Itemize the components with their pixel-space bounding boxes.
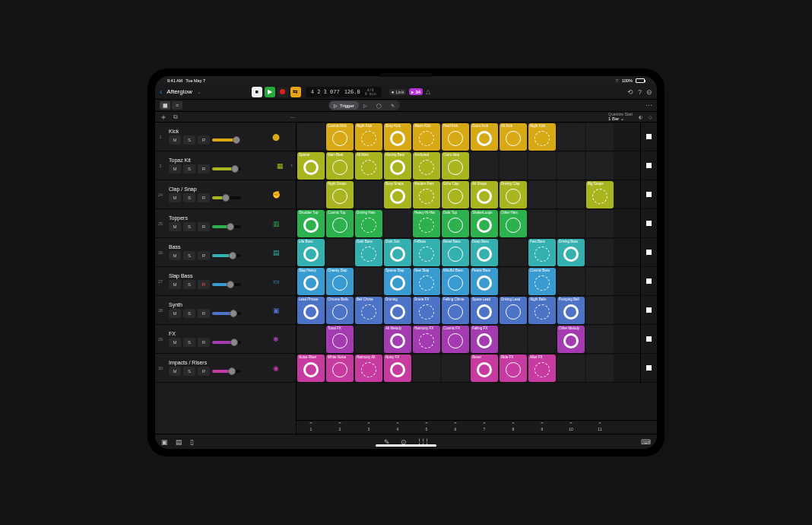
mixer-view-button[interactable]: ≡ bbox=[172, 101, 182, 110]
clip-cell[interactable]: Driving Hats bbox=[355, 210, 382, 237]
empty-clip-slot[interactable] bbox=[586, 123, 614, 151]
clip-cell[interactable]: Modern Perc bbox=[413, 181, 440, 208]
scene-number[interactable]: ⌃10 bbox=[557, 421, 585, 434]
play-button[interactable]: ▶ bbox=[265, 87, 275, 97]
clip-cell[interactable]: Noisy FX bbox=[384, 355, 411, 382]
clip-cell[interactable]: Pumping Bell bbox=[557, 297, 585, 324]
track-instrument-icon[interactable]: ▭ bbox=[270, 275, 282, 288]
clip-cell[interactable]: Other Hats bbox=[500, 210, 527, 237]
clip-cell[interactable]: Tonal FX bbox=[326, 326, 354, 353]
clip-cell[interactable]: Alt Melody bbox=[384, 326, 411, 353]
empty-clip-slot[interactable] bbox=[528, 326, 556, 353]
track-instrument-icon[interactable]: ◉ bbox=[270, 362, 282, 374]
scene-stop-button[interactable] bbox=[641, 354, 657, 383]
empty-clip-slot[interactable] bbox=[586, 210, 614, 237]
clip-cell[interactable]: Main Beat bbox=[326, 152, 354, 180]
clip-cell[interactable]: Big Snaps bbox=[586, 181, 614, 208]
clip-cell[interactable]: Sparse Slap bbox=[384, 268, 411, 295]
solo-button[interactable]: S bbox=[183, 280, 195, 289]
empty-clip-slot[interactable] bbox=[355, 326, 382, 353]
clip-cell[interactable]: Slap Heavy bbox=[297, 268, 325, 295]
clip-cell[interactable]: Peace Bass bbox=[471, 268, 498, 295]
clip-cell[interactable]: Lead Phrase bbox=[297, 297, 325, 324]
metronome-icon[interactable]: △ bbox=[426, 88, 430, 95]
clip-cell[interactable]: Harmony Alt bbox=[355, 355, 382, 382]
solo-button[interactable]: S bbox=[183, 193, 195, 202]
half-moon-icon[interactable]: ◐ bbox=[639, 114, 642, 119]
empty-clip-slot[interactable] bbox=[557, 181, 585, 208]
empty-clip-slot[interactable] bbox=[442, 355, 469, 382]
clip-cell[interactable]: Rever bbox=[471, 355, 498, 382]
stop-button[interactable]: ■ bbox=[252, 87, 262, 97]
solo-button[interactable]: S bbox=[183, 309, 195, 318]
scene-number[interactable]: ⌃4 bbox=[383, 421, 412, 434]
clip-cell[interactable]: Other Melody bbox=[557, 326, 585, 353]
empty-clip-slot[interactable] bbox=[326, 239, 354, 266]
record-arm-button[interactable]: R bbox=[198, 222, 210, 231]
track-instrument-icon[interactable]: ✱ bbox=[270, 333, 282, 345]
mute-button[interactable]: M bbox=[169, 280, 181, 289]
grid-view-button[interactable]: ▦ bbox=[160, 101, 170, 110]
record-arm-button[interactable]: R bbox=[198, 135, 210, 145]
empty-clip-slot[interactable] bbox=[297, 326, 325, 353]
empty-clip-slot[interactable] bbox=[557, 210, 585, 237]
scene-stop-button[interactable] bbox=[641, 325, 657, 354]
clip-cell[interactable]: Hard Kick bbox=[442, 123, 469, 151]
clip-cell[interactable]: Ride FX bbox=[500, 355, 527, 382]
help-icon[interactable]: ? bbox=[638, 88, 642, 96]
empty-clip-slot[interactable] bbox=[557, 268, 585, 295]
volume-fader[interactable] bbox=[212, 254, 241, 257]
clip-cell[interactable]: Harmony FX bbox=[413, 326, 440, 353]
record-arm-button[interactable]: R bbox=[198, 251, 210, 260]
record-arm-button[interactable]: R bbox=[198, 309, 210, 318]
clip-cell[interactable]: Dark Bass bbox=[355, 239, 382, 266]
scene-stop-button[interactable] bbox=[641, 151, 657, 180]
volume-fader[interactable] bbox=[212, 370, 241, 373]
mute-button[interactable]: M bbox=[169, 164, 181, 173]
clip-cell[interactable]: Busy Kick bbox=[384, 123, 411, 151]
clip-cell[interactable]: Alt Kick bbox=[500, 123, 527, 151]
loop-mode-button[interactable]: ◯ bbox=[372, 101, 386, 110]
track-row[interactable]: 28 Synth M S R ▣ bbox=[155, 296, 296, 325]
scene-stop-button[interactable] bbox=[641, 123, 657, 151]
clip-cell[interactable]: Dark Sub bbox=[384, 239, 411, 266]
empty-clip-slot[interactable] bbox=[528, 152, 556, 180]
track-row[interactable]: 25 Toppers M S R ▥ bbox=[155, 209, 296, 238]
empty-clip-slot[interactable] bbox=[586, 355, 614, 382]
solo-button[interactable]: S bbox=[183, 338, 195, 347]
empty-clip-slot[interactable] bbox=[355, 181, 382, 208]
solo-button[interactable]: S bbox=[183, 222, 195, 231]
clip-cell[interactable]: Busy Snaps bbox=[384, 181, 411, 208]
clip-cell[interactable]: Warm Kick bbox=[413, 123, 440, 151]
track-instrument-icon[interactable]: ▦ bbox=[274, 160, 286, 172]
clip-cell[interactable]: Anchored bbox=[413, 152, 440, 180]
track-instrument-icon[interactable]: ▤ bbox=[270, 247, 282, 259]
solo-button[interactable]: S bbox=[183, 367, 195, 376]
volume-fader[interactable] bbox=[212, 167, 241, 170]
record-arm-button[interactable]: R bbox=[198, 367, 210, 376]
record-arm-button[interactable]: R bbox=[198, 338, 210, 347]
record-arm-button[interactable]: R bbox=[198, 193, 210, 202]
track-row[interactable]: 2 Topaz Kit M S R ▦ › bbox=[155, 151, 296, 180]
mute-button[interactable]: M bbox=[169, 309, 181, 318]
add-track-button[interactable]: ＋ bbox=[160, 112, 167, 123]
scene-number[interactable]: ⌃9 bbox=[528, 421, 557, 434]
keyboard-icon[interactable]: ⌨ bbox=[641, 438, 651, 446]
solo-button[interactable]: S bbox=[183, 164, 195, 173]
empty-clip-slot[interactable] bbox=[557, 152, 585, 180]
scene-number[interactable]: ⌃2 bbox=[325, 421, 354, 434]
clip-cell[interactable]: Fast Bass bbox=[528, 239, 556, 266]
more-icon[interactable]: ⋯ bbox=[645, 102, 652, 110]
mute-button[interactable]: M bbox=[169, 135, 181, 145]
project-title[interactable]: Afterglow bbox=[167, 88, 192, 95]
clip-cell[interactable]: Life Bass bbox=[297, 239, 325, 266]
edit-mode-button[interactable]: ✎ bbox=[386, 101, 399, 110]
clip-cell[interactable]: Cosmic Kick bbox=[326, 123, 354, 151]
record-arm-button[interactable]: R bbox=[198, 164, 210, 173]
cycle-button[interactable]: ⇆ bbox=[290, 87, 301, 97]
track-row[interactable]: 1 Kick M S R ⬤ bbox=[155, 123, 296, 151]
track-row[interactable]: 26 Bass M S R ▤ bbox=[155, 238, 296, 267]
clip-cell[interactable]: Noise Riser bbox=[297, 355, 325, 382]
clip-cell[interactable]: Cosmic FX bbox=[442, 326, 469, 353]
empty-clip-slot[interactable] bbox=[384, 210, 411, 237]
